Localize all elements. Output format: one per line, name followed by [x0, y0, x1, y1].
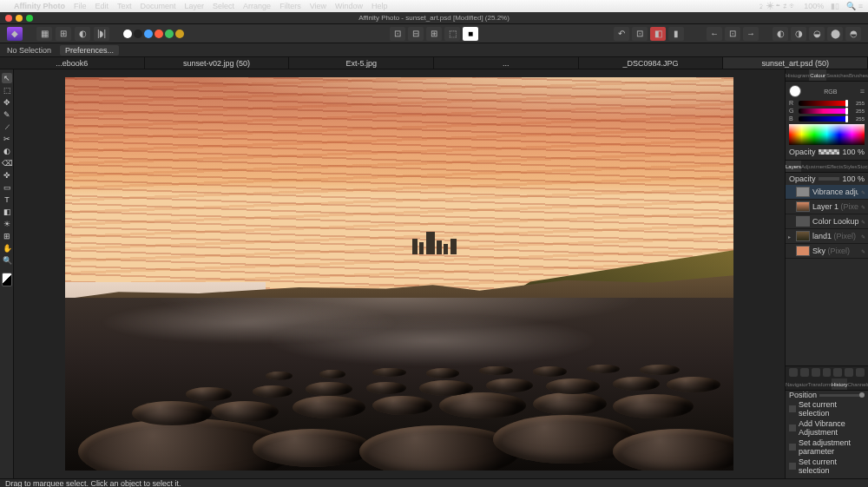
- doc-tab-2[interactable]: Ext-5.jpg: [289, 57, 434, 69]
- hist-icon[interactable]: [833, 368, 842, 377]
- canvas-area[interactable]: [14, 69, 785, 478]
- opacity-value[interactable]: 100 %: [842, 148, 865, 156]
- quick-color-5[interactable]: [165, 30, 174, 38]
- move-tool-icon[interactable]: ↖: [2, 73, 12, 83]
- red-slider[interactable]: [799, 101, 848, 106]
- menu-help[interactable]: Help: [372, 2, 388, 10]
- menu-view[interactable]: View: [310, 2, 326, 10]
- tb-channel-icon[interactable]: |◗|: [94, 27, 109, 41]
- tab-swatches[interactable]: Swatches: [826, 69, 849, 81]
- tab-stock[interactable]: Stock: [858, 161, 868, 172]
- quick-color-4[interactable]: [155, 30, 163, 38]
- lock-icon[interactable]: ✎: [861, 219, 865, 225]
- quick-color-6[interactable]: [175, 30, 184, 38]
- pan-tool-icon[interactable]: ✋: [2, 243, 12, 253]
- tab-histogram[interactable]: Histogram: [786, 69, 809, 81]
- layer-row[interactable]: Color Lookup 1 (Pixel) ✎: [786, 214, 868, 229]
- tb-s1-icon[interactable]: ←: [707, 27, 722, 41]
- quick-color-3[interactable]: [144, 30, 153, 38]
- document-canvas[interactable]: [65, 77, 733, 471]
- clone-tool-icon[interactable]: ✜: [2, 170, 12, 181]
- layer-row[interactable]: Sky (Pixel) ✎: [786, 244, 868, 259]
- zoom-button[interactable]: [26, 15, 33, 22]
- history-slider[interactable]: [819, 394, 865, 397]
- tab-adjustment[interactable]: Adjustment: [801, 161, 827, 172]
- tb-p5-icon[interactable]: ◓: [845, 27, 861, 41]
- close-button[interactable]: [5, 15, 12, 22]
- layer-row[interactable]: Layer 1 (Pixel) ✎: [786, 200, 868, 214]
- text-tool-icon[interactable]: T: [2, 194, 12, 205]
- doc-tab-3[interactable]: ...: [434, 57, 579, 69]
- context-preferences[interactable]: Preferences...: [60, 45, 119, 56]
- hist-icon[interactable]: [845, 368, 853, 377]
- opacity-slider[interactable]: [819, 149, 840, 155]
- lock-icon[interactable]: ✎: [861, 204, 865, 210]
- battery-status[interactable]: 100%: [804, 2, 824, 10]
- zoom-tool-icon[interactable]: 🔍: [2, 255, 12, 266]
- tb-r2-icon[interactable]: ⊡: [632, 27, 648, 41]
- tb-view-icon[interactable]: ▦: [36, 27, 52, 41]
- dodge-tool-icon[interactable]: ◐: [2, 146, 12, 156]
- blue-slider[interactable]: [799, 116, 848, 122]
- selection-tool-icon[interactable]: ⬚: [2, 85, 12, 95]
- tab-layers[interactable]: Layers: [786, 161, 801, 172]
- menu-document[interactable]: Document: [141, 2, 176, 10]
- menu-edit[interactable]: Edit: [95, 2, 109, 10]
- hist-icon[interactable]: [789, 368, 798, 377]
- tb-p1-icon[interactable]: ◐: [773, 27, 788, 41]
- tb-p4-icon[interactable]: ⬤: [827, 27, 843, 41]
- hist-icon[interactable]: [823, 368, 832, 377]
- erase-tool-icon[interactable]: ⌫: [2, 158, 12, 168]
- persona-photo-icon[interactable]: ◆: [7, 27, 23, 41]
- layer-row[interactable]: Vibrance adjustment ✎: [786, 185, 868, 200]
- tab-history[interactable]: History: [832, 378, 848, 390]
- shape-tool-icon[interactable]: ▭: [2, 182, 12, 193]
- crop-tool-icon[interactable]: ✂: [2, 134, 12, 144]
- lock-icon[interactable]: ✎: [861, 248, 865, 254]
- colour-menu-icon[interactable]: ≡: [860, 87, 865, 95]
- history-item[interactable]: Add Vibrance Adjustment: [786, 418, 868, 438]
- quick-color-1[interactable]: [123, 30, 132, 38]
- hist-icon[interactable]: [856, 368, 865, 377]
- tab-effects[interactable]: Effects: [827, 161, 843, 172]
- history-item[interactable]: Set current selection: [786, 399, 868, 418]
- menu-window[interactable]: Window: [335, 2, 363, 10]
- color-swap-icon[interactable]: [2, 273, 12, 286]
- spotlight-icon[interactable]: 🔍 ≡: [846, 2, 863, 10]
- light-tool-icon[interactable]: ☀: [2, 219, 12, 229]
- minimize-button[interactable]: [16, 15, 23, 22]
- hist-icon[interactable]: [800, 368, 809, 377]
- brush-tool-icon[interactable]: ✎: [2, 109, 12, 120]
- tab-brushes[interactable]: Brushes: [849, 69, 868, 81]
- mesh-tool-icon[interactable]: ⊞: [2, 231, 12, 241]
- wifi-icon[interactable]: ⚳ ✳ ☁ ⇄ ᯤ: [760, 2, 797, 10]
- doc-tab-5[interactable]: sunset_art.psd (50): [723, 57, 868, 69]
- menu-select[interactable]: Select: [213, 2, 234, 10]
- history-item[interactable]: Set adjustment parameter: [786, 438, 868, 457]
- colour-mode[interactable]: RGB: [805, 89, 857, 95]
- colour-swatch[interactable]: [789, 85, 801, 97]
- tb-snap-icon[interactable]: ⊡: [390, 27, 405, 41]
- tb-c-icon[interactable]: ⬚: [444, 27, 460, 41]
- history-item[interactable]: Set current selection: [786, 476, 868, 478]
- tb-p3-icon[interactable]: ◒: [809, 27, 825, 41]
- tb-a-icon[interactable]: ⊟: [408, 27, 424, 41]
- tb-s3-icon[interactable]: →: [743, 27, 759, 41]
- tb-p2-icon[interactable]: ◑: [791, 27, 806, 41]
- expand-icon[interactable]: ▸: [788, 234, 793, 240]
- tab-colour[interactable]: Colour: [809, 69, 826, 81]
- tb-mask-icon[interactable]: ◐: [75, 27, 90, 41]
- layer-opacity-slider[interactable]: [819, 177, 840, 181]
- doc-tab-4[interactable]: _DSC0984.JPG: [579, 57, 724, 69]
- tb-s2-icon[interactable]: ⊡: [725, 27, 740, 41]
- history-item[interactable]: Set current selection: [786, 457, 868, 476]
- tab-transform[interactable]: Transform: [808, 378, 832, 390]
- tb-r3-icon[interactable]: ◧: [650, 27, 666, 41]
- tab-navigator[interactable]: Navigator: [786, 378, 808, 390]
- tb-arrange-icon[interactable]: ⊞: [56, 27, 71, 41]
- menu-arrange[interactable]: Arrange: [243, 2, 271, 10]
- doc-tab-0[interactable]: ...ebook6: [0, 57, 145, 69]
- lock-icon[interactable]: ✎: [861, 234, 865, 240]
- app-name[interactable]: Affinity Photo: [14, 2, 65, 10]
- tab-channels[interactable]: Channels: [847, 378, 868, 390]
